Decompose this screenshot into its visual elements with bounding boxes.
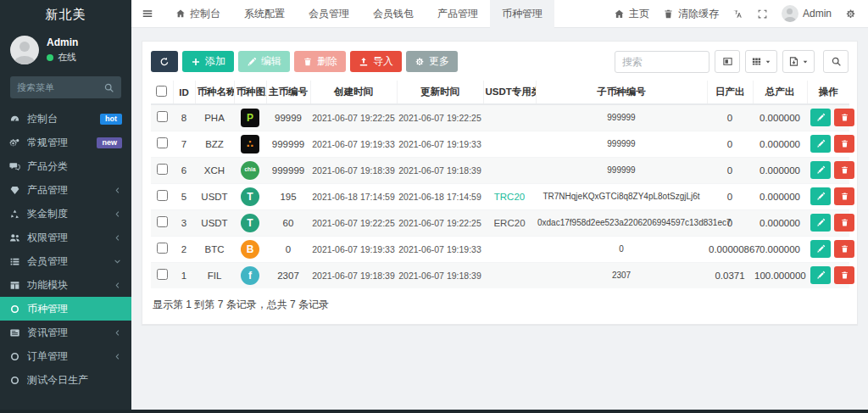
sidebar-item-dashboard[interactable]: 控制台hot (0, 107, 131, 131)
column-header[interactable]: 操作 (807, 81, 849, 104)
row-checkbox[interactable] (157, 164, 168, 175)
cell-total-output: 0.000000 (753, 183, 807, 209)
gem-icon (9, 185, 20, 196)
sidebar-item-label: 权限管理 (27, 231, 106, 245)
select-all-checkbox[interactable] (156, 86, 167, 97)
translate-button[interactable] (732, 8, 743, 20)
user-menu[interactable]: Admin (782, 5, 832, 22)
column-header[interactable]: 币种图片 (234, 81, 266, 104)
cell-total-output: 100.000000 (753, 262, 807, 288)
sidebar-item-module[interactable]: 功能模块 (0, 273, 131, 297)
row-checkbox[interactable] (157, 111, 168, 122)
column-header[interactable]: 更新时间 (397, 81, 483, 104)
cell-coin-image: P (234, 104, 266, 131)
toggle-view-button[interactable] (715, 50, 740, 73)
edit-row-button[interactable] (810, 161, 831, 179)
edit-row-button[interactable] (810, 214, 831, 232)
pencil-icon (816, 218, 826, 227)
edit-button[interactable]: 编辑 (238, 51, 290, 72)
delete-row-button[interactable] (834, 240, 854, 258)
tab-coin-manage[interactable]: 币种管理 (490, 0, 554, 28)
cell-coin-name: BZZ (195, 131, 234, 157)
pencil-icon (816, 113, 826, 122)
sidebar-item-product[interactable]: 产品管理 (0, 178, 131, 202)
sidebar-item-permission[interactable]: 权限管理 (0, 226, 131, 249)
cell-updated-time: 2021-06-07 19:18:39 (397, 262, 483, 288)
row-checkbox[interactable] (157, 216, 168, 227)
refresh-button[interactable] (151, 51, 178, 72)
user-name: Admin (47, 36, 78, 48)
search-button[interactable] (823, 50, 849, 73)
sidebar-item-coin[interactable]: 币种管理 (0, 297, 131, 321)
cell-coin-name: USDT (195, 209, 234, 236)
edit-row-button[interactable] (810, 240, 831, 258)
cell-created-time: 2021-06-07 19:22:25 (310, 104, 397, 131)
column-header[interactable]: 创建时间 (310, 81, 397, 104)
table-row: 2BTCB02021-06-07 19:19:332021-06-07 19:1… (151, 236, 849, 262)
import-button[interactable]: 导入 (350, 51, 402, 72)
delete-button[interactable]: 删除 (294, 51, 346, 72)
delete-row-button[interactable] (834, 266, 854, 284)
delete-row-button[interactable] (834, 161, 854, 179)
edit-row-button[interactable] (810, 109, 831, 126)
edit-row-button[interactable] (810, 266, 831, 284)
trash-icon (303, 57, 313, 67)
new-badge: new (97, 137, 122, 148)
sidebar-item-member[interactable]: 会员管理 (0, 249, 131, 273)
row-checkbox[interactable] (157, 190, 168, 201)
tab-member-manage[interactable]: 会员管理 (297, 0, 361, 28)
add-button[interactable]: 添加 (182, 51, 234, 72)
home-link[interactable]: 主页 (614, 7, 649, 21)
sidebar-item-news[interactable]: 资讯管理 (0, 321, 131, 344)
cell-id: 2 (173, 236, 195, 262)
row-checkbox[interactable] (157, 269, 168, 280)
column-header[interactable]: USDT专用类型 (483, 81, 536, 104)
column-header[interactable]: 日产出 (707, 81, 753, 104)
cell-total-output: 0.000000 (753, 236, 807, 262)
sidebar-item-label: 控制台 (27, 112, 93, 126)
row-checkbox[interactable] (157, 137, 168, 148)
online-dot-icon (47, 54, 53, 61)
delete-row-button[interactable] (834, 109, 854, 126)
cell-coin-image: B (234, 236, 266, 262)
chevron-left-icon (113, 281, 122, 290)
column-header[interactable]: 币种名称 (195, 81, 234, 104)
sidebar-item-category[interactable]: 产品分类 (0, 154, 131, 178)
column-header[interactable]: 子币种编号 (536, 81, 707, 104)
settings-button[interactable] (845, 8, 856, 20)
column-header[interactable]: ID (173, 81, 195, 104)
delete-row-button[interactable] (834, 214, 854, 232)
delete-row-button[interactable] (834, 135, 854, 153)
columns-button[interactable] (745, 50, 777, 73)
search-icon[interactable] (103, 82, 114, 93)
edit-row-button[interactable] (810, 187, 831, 205)
button-label: 导入 (373, 54, 393, 69)
delete-row-button[interactable] (834, 187, 854, 205)
edit-row-button[interactable] (810, 135, 831, 153)
sidebar-item-test-today[interactable]: 测试今日生产 (0, 368, 131, 392)
column-header[interactable]: 总产出 (753, 81, 807, 104)
tab-product-manage[interactable]: 产品管理 (426, 0, 490, 28)
more-button[interactable]: 更多 (406, 51, 458, 72)
fil-coin-icon: f (241, 266, 259, 285)
sidebar-item-general[interactable]: 常规管理new (0, 131, 131, 154)
tab-system-config[interactable]: 系统配置 (232, 0, 297, 28)
circle-icon (9, 375, 20, 386)
sidebar-item-order[interactable]: 订单管理 (0, 344, 131, 368)
fullscreen-button[interactable] (757, 8, 768, 20)
sidebar-item-label: 奖金制度 (27, 207, 106, 221)
sidebar-item-bonus[interactable]: 奖金制度 (0, 202, 131, 226)
tab-dashboard[interactable]: 控制台 (164, 0, 232, 28)
pencil-icon (816, 271, 826, 280)
cell-usdt-type (483, 131, 536, 157)
row-checkbox[interactable] (157, 243, 168, 254)
hamburger-menu-icon[interactable] (131, 0, 164, 28)
tab-member-wallet[interactable]: 会员钱包 (361, 0, 426, 28)
export-button[interactable] (782, 50, 815, 73)
column-header[interactable]: 主币编号 (266, 81, 310, 104)
clear-cache-button[interactable]: 清除缓存 (663, 7, 719, 21)
cell-daily-output: 0.0371 (707, 262, 753, 288)
cell-coin-name: BTC (195, 236, 234, 262)
sidebar-search-input[interactable] (17, 82, 103, 92)
table-search-input[interactable] (615, 51, 709, 73)
